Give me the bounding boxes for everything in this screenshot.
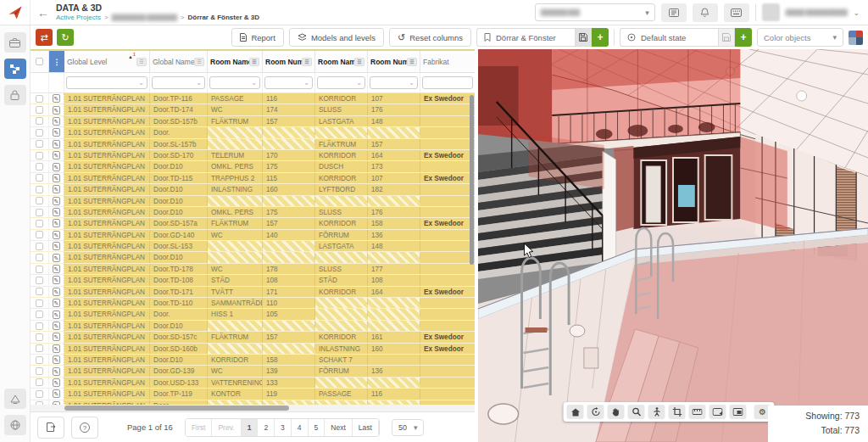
column-header-global-level[interactable]: Global Level ▲1 ☰ xyxy=(64,51,150,72)
row-edit-icon[interactable]: ✎ xyxy=(53,311,60,319)
row-edit-icon[interactable]: ✎ xyxy=(53,106,60,115)
table-row[interactable]: ✎ 1.01 SUTERRÄNGPLAN Door.TD-174 WC 174 … xyxy=(31,104,475,115)
row-edit-icon[interactable]: ✎ xyxy=(53,151,60,159)
help-button[interactable]: ? xyxy=(71,417,98,439)
row-checkbox[interactable] xyxy=(36,95,43,103)
home-view-button[interactable] xyxy=(567,405,584,419)
horizontal-scrollbar-thumb[interactable] xyxy=(64,406,289,411)
row-edit-icon[interactable]: ✎ xyxy=(53,276,60,284)
save-view-button[interactable] xyxy=(575,28,592,47)
pagination-button[interactable]: 2 xyxy=(258,419,275,436)
row-checkbox[interactable] xyxy=(36,288,43,295)
row-checkbox[interactable] xyxy=(36,367,43,375)
isolate-selection-button[interactable]: ⇄ xyxy=(36,29,53,46)
user-menu-chevron-icon[interactable]: ⌄ xyxy=(853,8,860,17)
project-selector[interactable]: ███████ ███ ▾ xyxy=(535,3,655,21)
column-header-room-name-1[interactable]: Room Name ( ☰ xyxy=(208,51,263,72)
filter-icon[interactable]: ☰ xyxy=(249,58,259,66)
export-button[interactable] xyxy=(37,417,64,439)
table-row[interactable]: ✎ 1.01 SUTERRÄNGPLAN Door.TP-116 PASSAGE… xyxy=(31,93,475,104)
color-objects-select[interactable]: Color objects ▾ xyxy=(757,28,843,47)
vertical-scrollbar[interactable] xyxy=(470,95,474,265)
row-edit-icon[interactable]: ✎ xyxy=(53,242,60,250)
row-checkbox[interactable] xyxy=(36,163,43,171)
table-row[interactable]: ✎ 1.01 SUTERRÄNGPLAN Door.D10 xyxy=(31,252,475,263)
filter-icon[interactable]: ☰ xyxy=(194,58,204,66)
orbit-button[interactable] xyxy=(587,405,604,419)
row-checkbox[interactable] xyxy=(36,277,43,284)
avatar[interactable] xyxy=(762,3,780,21)
table-row[interactable]: ✎ 1.01 SUTERRÄNGPLAN Door.SD-170 TELERUM… xyxy=(31,150,475,161)
drag-handle-column-header[interactable]: ⋮ xyxy=(49,51,64,72)
row-checkbox[interactable] xyxy=(36,243,43,250)
pagination-button[interactable]: 3 xyxy=(275,419,292,436)
filter-select-room-name-1[interactable]: ⌄ xyxy=(209,76,260,89)
select-all-checkbox[interactable] xyxy=(36,58,43,65)
forms-button[interactable] xyxy=(661,3,687,22)
filter-select-room-number-2[interactable]: ⌄ xyxy=(370,76,418,89)
table-row[interactable]: ✎ 1.01 SUTERRÄNGPLAN Door.TD-171 TVÄTT 1… xyxy=(31,287,475,298)
filter-select-global-level[interactable]: ⌄ xyxy=(66,76,147,89)
pagination-button[interactable]: Last xyxy=(353,419,379,436)
sidebar-item-projects[interactable] xyxy=(4,32,26,53)
table-row[interactable]: ✎ 1.01 SUTERRÄNGPLAN Door.SL-153 LASTGAT… xyxy=(31,241,475,252)
table-row[interactable]: ✎ 1.01 SUTERRÄNGPLAN Door.D10 xyxy=(31,196,475,207)
pagination-button[interactable]: 5 xyxy=(309,419,326,436)
row-checkbox[interactable] xyxy=(36,344,43,352)
horizontal-scrollbar-track[interactable] xyxy=(31,405,475,411)
row-checkbox[interactable] xyxy=(36,174,43,182)
table-row[interactable]: ✎ 1.01 SUTERRÄNGPLAN Door.SD-157b FLÄKTR… xyxy=(31,116,475,127)
table-row[interactable]: ✎ 1.01 SUTERRÄNGPLAN Door.SD-157a FLÄKTR… xyxy=(31,218,475,229)
row-checkbox[interactable] xyxy=(36,140,43,148)
walk-mode-button[interactable] xyxy=(648,405,665,419)
table-row[interactable]: ✎ 1.01 SUTERRÄNGPLAN Door.D10 xyxy=(31,321,475,332)
row-edit-icon[interactable]: ✎ xyxy=(53,344,60,353)
filter-select-room-number-1[interactable]: ⌄ xyxy=(264,76,313,89)
filter-icon[interactable]: ☰ xyxy=(302,58,312,66)
row-edit-icon[interactable]: ✎ xyxy=(53,288,60,296)
sidebar-item-locks[interactable] xyxy=(4,85,26,105)
pagination-button[interactable]: Next xyxy=(325,419,352,436)
table-row[interactable]: ✎ 1.01 SUTERRÄNGPLAN Door.D10 KORRIDOR 1… xyxy=(31,355,475,366)
table-row[interactable]: ✎ 1.01 SUTERRÄNGPLAN Door.TD-110 SAMMANT… xyxy=(31,298,475,309)
row-edit-icon[interactable]: ✎ xyxy=(53,163,60,171)
row-checkbox[interactable] xyxy=(36,333,43,341)
sidebar-item-data-3d[interactable] xyxy=(4,59,26,79)
pan-button[interactable] xyxy=(608,405,625,419)
models-levels-button[interactable]: Models and levels xyxy=(289,28,384,47)
table-row[interactable]: ✎ 1.01 SUTERRÄNGPLAN Door.D10 INLASTNING… xyxy=(31,184,475,195)
row-checkbox[interactable] xyxy=(36,356,43,364)
row-checkbox[interactable] xyxy=(36,254,43,261)
add-state-button[interactable]: + xyxy=(735,28,752,47)
row-edit-icon[interactable]: ✎ xyxy=(53,265,60,273)
column-header-room-number-1[interactable]: Room Numbe ☰ xyxy=(263,51,315,72)
keyboard-shortcuts-button[interactable] xyxy=(724,3,749,22)
table-row[interactable]: ✎ 1.01 SUTERRÄNGPLAN Door. xyxy=(31,127,475,138)
row-edit-icon[interactable]: ✎ xyxy=(53,185,60,193)
color-palette-button[interactable] xyxy=(849,31,863,45)
row-edit-icon[interactable]: ✎ xyxy=(53,333,60,341)
column-header-fabrikat[interactable]: Fabrikat xyxy=(420,51,475,72)
row-edit-icon[interactable]: ✎ xyxy=(53,128,60,137)
table-row[interactable]: ✎ 1.01 SUTERRÄNGPLAN Door.SD-157c FLÄKTR… xyxy=(31,332,475,343)
table-row[interactable]: ✎ 1.01 SUTERRÄNGPLAN Door.GD-139 WC 139 … xyxy=(31,366,475,377)
row-edit-icon[interactable]: ✎ xyxy=(53,378,60,387)
row-edit-icon[interactable]: ✎ xyxy=(53,197,60,205)
column-header-room-name-2[interactable]: Room Name ☰ xyxy=(315,51,368,72)
row-edit-icon[interactable]: ✎ xyxy=(53,254,60,262)
table-row[interactable]: ✎ 1.01 SUTERRÄNGPLAN Door.TD-115 TRAPPHU… xyxy=(31,173,475,184)
page-size-select[interactable]: 50 ▾ xyxy=(392,419,425,436)
table-row[interactable]: ✎ 1.01 SUTERRÄNGPLAN Door.TD-108 STÄD 10… xyxy=(31,275,475,286)
pagination-button[interactable]: 1 xyxy=(242,419,259,436)
notifications-button[interactable] xyxy=(693,3,718,22)
row-edit-icon[interactable]: ✎ xyxy=(53,219,60,227)
row-edit-icon[interactable]: ✎ xyxy=(53,140,60,148)
breadcrumb-root[interactable]: Active Projects xyxy=(56,14,101,22)
screenshot-button[interactable] xyxy=(709,405,726,419)
table-row[interactable]: ✎ 1.01 SUTERRÄNGPLAN Door.D10 OMKL. PERS… xyxy=(31,161,475,172)
row-checkbox[interactable] xyxy=(36,197,43,204)
column-header-global-name[interactable]: Global Name ☰ xyxy=(150,51,208,72)
row-checkbox[interactable] xyxy=(36,390,43,398)
pagination-button[interactable]: 4 xyxy=(292,419,309,436)
row-checkbox[interactable] xyxy=(36,378,43,386)
